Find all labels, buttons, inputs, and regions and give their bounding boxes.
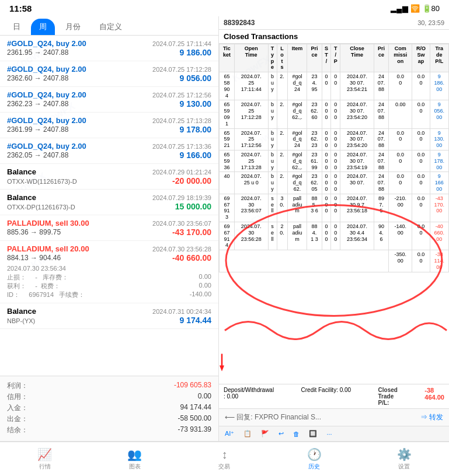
cell-total-pnl: -38114.00 bbox=[430, 250, 448, 272]
status-time: 11:58 bbox=[9, 4, 32, 13]
cell-ticket: 6967913 bbox=[220, 194, 235, 222]
col-pnl: TradeP/L bbox=[430, 44, 448, 72]
ai-button[interactable]: AI⁺ bbox=[222, 429, 236, 439]
forward-button[interactable]: ⇒ 转发 bbox=[420, 412, 443, 422]
status-bar: 11:58 ▂▄▆ 🛜 🔋80 bbox=[0, 0, 449, 16]
table-row: 6967914 2024.07.3023:56:28 sell 20. pall… bbox=[220, 222, 449, 250]
txn-title: #GOLD_Q24, buy 2.00 bbox=[7, 116, 86, 125]
profit-value: 0.00 bbox=[199, 282, 211, 290]
right-panel: KnowFX KnowFX KnowFX 88392843 30, 23:59 … bbox=[219, 16, 449, 441]
reply-text[interactable]: ⟵ 回复: FXPRO Financial S... bbox=[225, 412, 417, 422]
cell-close-price: 2407.88 bbox=[374, 128, 388, 150]
nav-trade[interactable]: ↕️ 交易 bbox=[180, 442, 270, 476]
cell-pnl: -43170.00 bbox=[430, 194, 448, 222]
nav-quotes-label: 行情 bbox=[39, 463, 51, 471]
col-item: Item bbox=[287, 44, 307, 72]
col-type: Type bbox=[268, 44, 277, 72]
cell-lots: 20. bbox=[277, 222, 287, 250]
cell-pnl: -40660.00 bbox=[430, 222, 448, 250]
cell-item: #gold_q62.,. bbox=[287, 150, 307, 172]
cell-price: 2361.99 bbox=[307, 150, 322, 172]
list-item[interactable]: PALLADIUM, sell 20.00 2024.07.30 23:56:2… bbox=[0, 241, 218, 303]
list-item[interactable]: #GOLD_Q24, buy 2.00 2024.07.25 17:12:56 … bbox=[0, 87, 218, 113]
cell-sl: 000 bbox=[322, 150, 331, 172]
txn-title: PALLADIUM, sell 30.00 bbox=[7, 219, 89, 228]
txn-sub: NBP-(YX) bbox=[7, 317, 35, 324]
balance-label: 结余： bbox=[7, 425, 28, 435]
settings-icon: ⚙️ bbox=[397, 447, 412, 461]
transactions-table-container[interactable]: Ticket OpenTime Type Lots Item Price ST/… bbox=[219, 44, 449, 384]
cell-commission: 0.00 bbox=[389, 100, 412, 128]
txn-prices: 2362.23 → 2407.88 bbox=[7, 100, 68, 108]
cell-open-time: 2024.07.3023:56:28 bbox=[234, 222, 268, 250]
cell-type: buy bbox=[268, 150, 277, 172]
txn-title: #GOLD_Q24, buy 2.00 bbox=[7, 142, 86, 150]
list-item[interactable]: PALLADIUM, sell 30.00 2024.07.30 23:56:0… bbox=[0, 215, 218, 241]
list-item[interactable]: Balance 2024.07.29 01:21:24 OTXX-WD(1126… bbox=[0, 164, 218, 190]
svg-marker-2 bbox=[220, 366, 224, 372]
nav-chart[interactable]: 👥 图表 bbox=[90, 442, 180, 476]
cell-ticket: 655921 bbox=[220, 128, 235, 150]
txn-prices: 2361.99 → 2407.88 bbox=[7, 125, 68, 134]
txn-pnl: 9 166.00 bbox=[180, 150, 212, 160]
cell-pnl: 9130.00 bbox=[430, 128, 448, 150]
cell-sl: 000 bbox=[322, 194, 331, 222]
id-fee-value: -140.00 bbox=[190, 290, 211, 299]
cell-tp: 000 bbox=[331, 128, 340, 150]
reply-icon-button[interactable]: ↩ bbox=[276, 429, 286, 439]
share-button[interactable]: 🔲 bbox=[307, 429, 319, 439]
id-label: ID： 6967914 手续费： bbox=[7, 290, 85, 299]
cell-item: #gold_q24 bbox=[287, 72, 307, 100]
cell-type: sell bbox=[268, 222, 277, 250]
closed-trade-label: ClosedTradeP/L: bbox=[378, 387, 398, 406]
cell-type: buy bbox=[268, 172, 277, 194]
cell-tp: 00 bbox=[331, 72, 340, 100]
copy-button[interactable]: 📋 bbox=[241, 429, 254, 439]
list-item[interactable]: #GOLD_Q24, buy 2.00 2024.07.25 17:13:36 … bbox=[0, 138, 218, 164]
list-item[interactable]: #GOLD_Q24, buy 2.00 2024.07.25 17:12:28 … bbox=[0, 61, 218, 87]
list-item[interactable]: Balance 2024.07.29 18:19:39 OTXX-DP(1126… bbox=[0, 190, 218, 215]
cell-ticket: 6967914 bbox=[220, 222, 235, 250]
more-button[interactable]: ··· bbox=[324, 429, 334, 439]
cell-total-swap: 0.00 bbox=[412, 250, 430, 272]
cell-lots: 2. bbox=[277, 128, 287, 150]
col-swap: R/OSwap bbox=[412, 44, 430, 72]
delete-button[interactable]: 🗑 bbox=[291, 429, 302, 439]
cell-item: palladium bbox=[287, 194, 307, 222]
cell-swap: 0.00 bbox=[412, 128, 430, 150]
txn-prices: 2362.05 → 2407.88 bbox=[7, 151, 68, 159]
tab-custom[interactable]: 自定义 bbox=[91, 19, 130, 35]
txn-pnl: 9 130.00 bbox=[180, 99, 212, 108]
cell-close-time: 2024.07.30 07.23:54:20 bbox=[340, 128, 374, 150]
table-row: 40 2024.07.25 u 0 buy 2. #gold_q62. 2362… bbox=[220, 172, 449, 194]
tab-month[interactable]: 月份 bbox=[57, 19, 89, 35]
txn-date: 2024.07.29 01:21:24 bbox=[152, 169, 211, 176]
nav-quotes[interactable]: 📈 行情 bbox=[0, 442, 90, 476]
header-date: 30, 23:59 bbox=[417, 19, 444, 26]
bottom-nav: 📈 行情 👥 图表 ↕️ 交易 🕐 历史 ⚙️ 设置 bbox=[0, 441, 449, 476]
balance-value: -73 931.39 bbox=[178, 425, 211, 435]
txn-date: 2024.07.25 17:13:28 bbox=[152, 117, 211, 124]
txn-pnl: 15 000.00 bbox=[175, 202, 211, 211]
cell-ticket: 6558904 bbox=[220, 72, 235, 100]
tab-week[interactable]: 周 bbox=[31, 19, 55, 35]
flag-button[interactable]: 🚩 bbox=[259, 429, 272, 439]
cell-open-time: 2024.07.3023:56:07 bbox=[234, 194, 268, 222]
tab-day[interactable]: 日 bbox=[5, 19, 29, 35]
nav-settings[interactable]: ⚙️ 设置 bbox=[359, 442, 449, 476]
credit-label: 信用： bbox=[7, 392, 28, 402]
list-item[interactable]: #GOLD_Q24, buy 2.00 2024.07.25 17:13:28 … bbox=[0, 113, 218, 138]
nav-history[interactable]: 🕐 历史 bbox=[269, 442, 359, 476]
cell-tp: 000 bbox=[331, 150, 340, 172]
list-item[interactable]: #GOLD_Q24, buy 2.00 2024.07.25 17:11:44 … bbox=[0, 36, 218, 61]
cell-close-price: 904.6 bbox=[374, 222, 388, 250]
cell-item: palladium bbox=[287, 222, 307, 250]
cell-price: 234.95 bbox=[307, 72, 322, 100]
cell-item: #gold_q24 bbox=[287, 128, 307, 150]
cell-open-time: 2024.07.25 u 0 bbox=[234, 172, 268, 194]
tab-bar: 日 周 月份 自定义 bbox=[0, 16, 218, 36]
credit-facility-label: Credit Facility: 0.00 bbox=[301, 387, 351, 406]
list-item[interactable]: Balance 2024.07.31 00:24:34 NBP-(YX) 9 1… bbox=[0, 303, 218, 329]
cell-ticket: 655936 bbox=[220, 150, 235, 172]
left-panel: KnowFX KnowFX KnowFX KnowFX 日 周 月份 自定义 #… bbox=[0, 16, 219, 441]
